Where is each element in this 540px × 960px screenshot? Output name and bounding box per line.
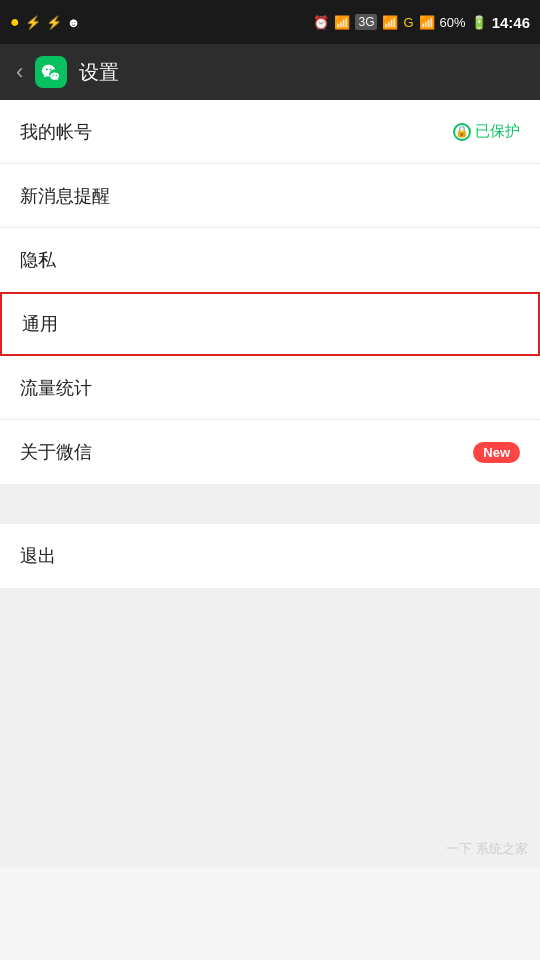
status-left-icons: ● ⚡ ⚡ ☻ [10,13,80,31]
settings-item-privacy[interactable]: 隐私 [0,228,540,292]
settings-item-account[interactable]: 我的帐号 🔒 已保护 [0,100,540,164]
clock-icon: ⏰ [313,15,329,30]
settings-item-logout[interactable]: 退出 [0,524,540,588]
page-title: 设置 [79,59,119,86]
settings-item-about[interactable]: 关于微信 New [0,420,540,484]
network-g-label: G [403,15,413,30]
settings-section-2: 流量统计 关于微信 New [0,356,540,484]
watermark-label: 一下 系统之家 [446,840,528,858]
android-icon: ☻ [67,15,81,30]
time-label: 14:46 [492,14,530,31]
battery-label: 60% [440,15,466,30]
section-gap [0,484,540,504]
back-button[interactable]: ‹ [16,59,23,85]
wechat-icon [40,61,62,83]
general-label: 通用 [22,312,58,336]
signal2-icon: 📶 [419,15,435,30]
privacy-label: 隐私 [20,248,56,272]
settings-section-1: 我的帐号 🔒 已保护 新消息提醒 隐私 [0,100,540,292]
usb-icon: ⚡ [25,15,41,30]
logout-label: 退出 [20,544,56,568]
battery-icon: 🔋 [471,15,487,30]
wifi-icon: 📶 [334,15,350,30]
usb2-icon: ⚡ [46,15,62,30]
notifications-label: 新消息提醒 [20,184,110,208]
status-right-icons: ⏰ 📶 3G 📶 G 📶 60% 🔋 14:46 [313,14,530,31]
settings-item-notifications[interactable]: 新消息提醒 [0,164,540,228]
new-badge: New [473,442,520,463]
bottom-area: 一下 系统之家 [0,588,540,868]
traffic-label: 流量统计 [20,376,92,400]
status-bar: ● ⚡ ⚡ ☻ ⏰ 📶 3G 📶 G 📶 60% 🔋 14:46 [0,0,540,44]
account-right: 🔒 已保护 [453,122,520,141]
protected-label: 已保护 [475,122,520,141]
title-bar: ‹ 设置 [0,44,540,100]
about-label: 关于微信 [20,440,92,464]
signal-icon: 📶 [382,15,398,30]
settings-item-traffic[interactable]: 流量统计 [0,356,540,420]
protected-badge: 🔒 已保护 [453,122,520,141]
logout-section: 退出 [0,524,540,588]
lock-icon: 🔒 [453,123,471,141]
about-right: New [473,442,520,463]
account-label: 我的帐号 [20,120,92,144]
settings-item-general[interactable]: 通用 [0,292,540,356]
settings-container: 我的帐号 🔒 已保护 新消息提醒 隐私 通用 流量统计 关于微信 New [0,100,540,588]
circle-icon: ● [10,13,20,31]
wechat-logo [35,56,67,88]
network-label: 3G [355,14,377,30]
